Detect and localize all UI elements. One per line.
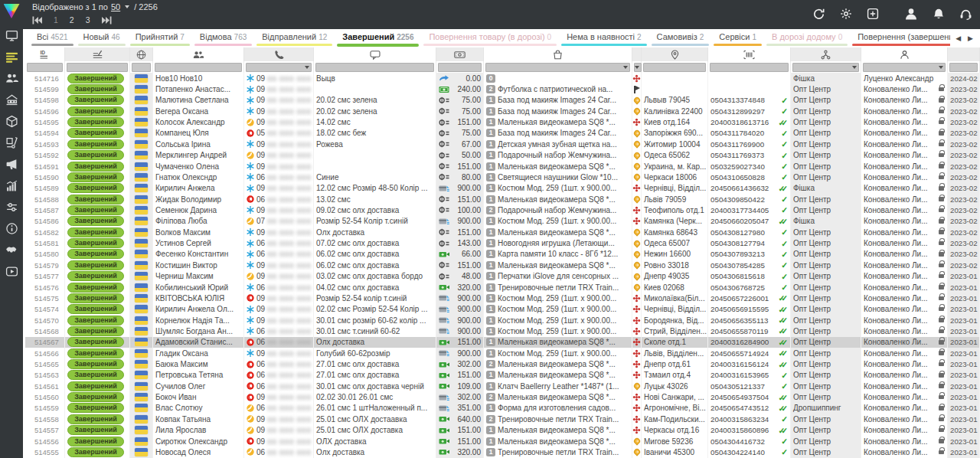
column-header-payment[interactable]: [436, 47, 484, 61]
tab-7[interactable]: Нема в наявності2: [559, 29, 648, 47]
table-row[interactable]: 514558ЗавершенийКовпак Татьяна0900 000 0…: [25, 414, 980, 424]
column-header-source[interactable]: [791, 47, 861, 61]
table-row[interactable]: 514580ЗавершенийФесенко Константин0600 0…: [25, 249, 980, 260]
table-row[interactable]: 514598ЗавершенийМалютина Светлана0900 00…: [25, 95, 980, 106]
table-row[interactable]: 514592ЗавершенийМерклингер Андрей0900 00…: [25, 150, 980, 161]
table-row[interactable]: 514587ЗавершенийСеменюк Дарина0900 000 0…: [25, 204, 980, 215]
table-row[interactable]: 514568ЗавершенийШумляс Богдана Ан...0600…: [25, 326, 980, 336]
column-header-status[interactable]: [65, 47, 130, 61]
table-row[interactable]: 514556ЗавершенийСиротюк Олександр0900 00…: [25, 436, 980, 447]
tab-scroll-right-icon[interactable]: ▶: [968, 34, 973, 42]
table-row[interactable]: 514567ЗавершенийАдамовский Станис...0600…: [25, 337, 980, 348]
settings-gear-icon[interactable]: [840, 8, 852, 20]
table-row[interactable]: 514595ЗавершенийКолосок Александр0900 00…: [25, 116, 980, 127]
column-header-country[interactable]: [130, 47, 153, 61]
column-header-delivery[interactable]: [632, 47, 642, 61]
filter-location[interactable]: [643, 63, 706, 72]
last-page-icon[interactable]: [102, 16, 112, 25]
table-row[interactable]: 514559ЗавершенийВлас Слотюу0600 000 0002…: [25, 403, 980, 414]
app-logo-icon[interactable]: [4, 4, 20, 18]
tab-8[interactable]: Самовивіз2: [649, 29, 712, 47]
page-size-dropdown[interactable]: 50: [111, 2, 120, 11]
filter-ttn[interactable]: [710, 63, 789, 72]
column-header-date[interactable]: [948, 47, 980, 61]
profile-icon[interactable]: [904, 7, 918, 21]
statistics-chart-icon[interactable]: [5, 178, 18, 192]
table-row[interactable]: 514570ЗавершенийКорнелюк Надія Та...0900…: [25, 315, 980, 326]
support-headset-icon[interactable]: [959, 8, 972, 21]
filter-date[interactable]: [949, 63, 978, 72]
refresh-icon[interactable]: [812, 8, 825, 21]
integrations-sliders-icon[interactable]: [5, 200, 18, 214]
table-row[interactable]: 514575ЗавершенийКВІТОВСЬКА ЮЛІЯ0900 000 …: [25, 293, 980, 303]
table-row[interactable]: 514594ЗавершенийКомпанец Юля0500 000 000…: [25, 128, 980, 139]
column-header-id[interactable]: ID: [25, 47, 65, 61]
tab-scroll-left-icon[interactable]: ◀: [956, 34, 961, 42]
table-row[interactable]: 514555ЗавершенийНовосад Олеся0600 000 00…: [25, 447, 980, 457]
tab-1[interactable]: Новый46: [76, 29, 128, 47]
table-row[interactable]: 514599ЗавершенийПотапенко Анастас...0900…: [25, 83, 980, 94]
column-header-product[interactable]: [484, 47, 632, 61]
customers-icon[interactable]: [5, 71, 18, 85]
filter-product[interactable]: [485, 63, 630, 72]
table-row[interactable]: 514561ЗавершенийСучилов Олег0600 000 000…: [25, 381, 980, 391]
column-header-phone[interactable]: [244, 47, 314, 61]
table-row[interactable]: 514590ЗавершенийГнатюк Олексндр0600 000 …: [25, 172, 980, 182]
tab-5[interactable]: Завершений2256: [335, 29, 421, 47]
table-row[interactable]: 514563ЗавершенийПетровська Тетяна0600 00…: [25, 370, 980, 381]
column-header-manager[interactable]: [861, 47, 948, 61]
table-row[interactable]: 514582ЗавершенийВолков Максим0900 000 00…: [25, 227, 980, 237]
column-header-comment[interactable]: [314, 47, 436, 61]
table-row[interactable]: 514581ЗавершенийУстинов Сергей0600 000 0…: [25, 237, 980, 248]
filter-source[interactable]: [792, 63, 859, 72]
table-row[interactable]: 514560ЗавершенийБокоч Иван0900 000 00002…: [25, 391, 980, 402]
filter-phone[interactable]: [246, 63, 312, 72]
marketing-megaphone-icon[interactable]: [5, 157, 18, 171]
table-row[interactable]: 514589ЗавершенийКирилич Анжела0900 000 0…: [25, 183, 980, 194]
table-row[interactable]: 514596ЗавершенийВегера Оксана0900 000 00…: [25, 106, 980, 116]
table-row[interactable]: 514586ЗавершенийФіліпова Люба0700 000 00…: [25, 216, 980, 227]
partners-handshake-icon[interactable]: [5, 243, 18, 257]
first-page-icon[interactable]: [32, 16, 42, 25]
purchases-cart-icon[interactable]: [5, 136, 18, 149]
orders-list-icon[interactable]: [5, 50, 18, 64]
tab-0[interactable]: Всі4521: [29, 29, 76, 47]
table-row[interactable]: 514716ЗавершенийНов10 Нов100900 000 000В…: [25, 73, 980, 83]
tab-2[interactable]: Прийнятий7: [128, 29, 192, 47]
products-package-icon[interactable]: [5, 114, 18, 128]
filter-country[interactable]: [132, 63, 151, 72]
table-row[interactable]: 514579ЗавершенийКостишин Виктор0900 000 …: [25, 260, 980, 270]
filter-payment[interactable]: [438, 63, 482, 72]
page-number-1[interactable]: 1: [54, 15, 58, 25]
tab-3[interactable]: Відмова763: [192, 29, 254, 47]
filter-customer[interactable]: [155, 63, 242, 72]
dashboard-monitor-icon[interactable]: [5, 28, 18, 42]
column-header-location[interactable]: [642, 47, 708, 61]
table-row[interactable]: 514588ЗавершенийЖидак Володимир0600 000 …: [25, 194, 980, 204]
video-tutorials-icon[interactable]: [5, 264, 18, 278]
tab-10[interactable]: В дорозі додому0: [764, 29, 850, 47]
filter-manager[interactable]: [863, 63, 946, 72]
column-header-ttn[interactable]: [708, 47, 791, 61]
notifications-bell-icon[interactable]: [933, 8, 945, 21]
table-row[interactable]: 514591ЗавершенийЧумаченко Олена0900 000 …: [25, 161, 980, 172]
table-row[interactable]: 514565ЗавершенийБаюка Максим0600 000 000…: [25, 358, 980, 369]
table-row[interactable]: 514577ЗавершенийЧерниш Максим0900 000 00…: [25, 270, 980, 281]
table-row[interactable]: 514566ЗавершенийГладик Оксана0900 000 00…: [25, 348, 980, 358]
table-row[interactable]: 514593ЗавершенийСольська Ірина0900 000 0…: [25, 139, 980, 149]
tab-6[interactable]: Повернення товару (в дорозі)0: [421, 29, 559, 47]
column-header-customer[interactable]: [153, 47, 244, 61]
filter-status[interactable]: [67, 63, 128, 72]
warehouse-icon[interactable]: [5, 93, 18, 106]
filter-id[interactable]: [27, 63, 63, 72]
add-order-icon[interactable]: [867, 8, 879, 20]
table-row[interactable]: 514574ЗавершенийКирилич Анжела Ол...0900…: [25, 304, 980, 315]
filter-comment[interactable]: [315, 63, 434, 72]
page-number-3[interactable]: 3: [86, 15, 90, 25]
filter-delivery[interactable]: [634, 63, 642, 72]
tab-9[interactable]: Сервіси1: [711, 29, 764, 47]
tab-4[interactable]: Відправлений12: [254, 29, 335, 47]
page-number-2[interactable]: 2: [70, 15, 74, 25]
table-row[interactable]: 514576ЗавершенийКобилинський Юрий0600 00…: [25, 282, 980, 293]
table-row[interactable]: 514557ЗавершенийЛила Ярослав0900 000 000…: [25, 425, 980, 436]
